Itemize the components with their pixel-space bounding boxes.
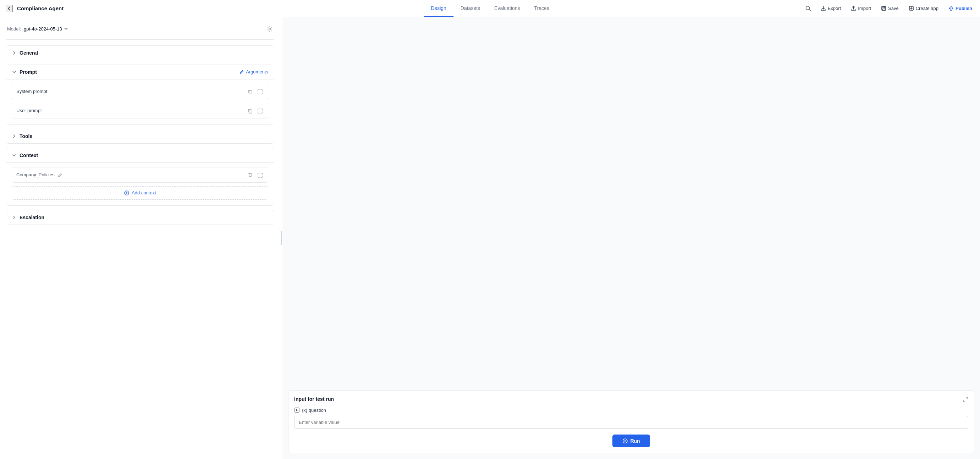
svg-rect-6 bbox=[249, 91, 252, 94]
copy-icon bbox=[247, 89, 253, 95]
context-header[interactable]: Context bbox=[6, 148, 274, 162]
copy-icon bbox=[247, 108, 253, 114]
create-app-button[interactable]: Create app bbox=[907, 4, 940, 13]
prompt-body: System prompt bbox=[6, 79, 274, 124]
escalation-header[interactable]: Escalation bbox=[6, 210, 274, 224]
chevron-right-icon bbox=[12, 50, 17, 56]
test-run-header: Input for test run bbox=[294, 396, 968, 402]
escalation-section: Escalation bbox=[6, 210, 274, 225]
search-icon bbox=[805, 5, 811, 12]
publish-button[interactable]: Publish bbox=[946, 4, 974, 13]
system-prompt-label: System prompt bbox=[16, 89, 47, 94]
right-panel: Input for test run {x} question bbox=[282, 17, 980, 459]
svg-point-5 bbox=[269, 28, 271, 30]
settings-button[interactable] bbox=[266, 25, 273, 32]
variable-value-input[interactable] bbox=[294, 416, 968, 429]
tab-datasets[interactable]: Datasets bbox=[453, 0, 487, 17]
chevron-down-icon bbox=[12, 70, 17, 75]
expand-context-button[interactable] bbox=[256, 171, 264, 179]
tab-design[interactable]: Design bbox=[424, 0, 453, 17]
prompt-header[interactable]: Prompt Arguments bbox=[6, 65, 274, 79]
general-header[interactable]: General bbox=[6, 46, 274, 60]
edit-context-button[interactable] bbox=[57, 172, 62, 178]
chevron-down-icon bbox=[64, 26, 68, 31]
model-value: gpt-4o-2024-05-13 bbox=[24, 26, 62, 32]
export-button[interactable]: Export bbox=[819, 4, 843, 13]
user-prompt-label: User prompt bbox=[16, 108, 42, 113]
variable-label: {x} question bbox=[294, 407, 968, 413]
expand-icon bbox=[963, 397, 968, 402]
model-row: Model: gpt-4o-2024-05-13 bbox=[6, 23, 274, 35]
back-icon bbox=[6, 6, 12, 11]
run-button[interactable]: Run bbox=[612, 435, 650, 447]
variable-icon bbox=[294, 407, 300, 413]
run-icon bbox=[622, 438, 628, 444]
user-prompt-box: User prompt bbox=[12, 103, 268, 119]
save-icon bbox=[881, 6, 886, 11]
pencil-icon bbox=[57, 173, 62, 178]
search-icon-button[interactable] bbox=[803, 3, 813, 13]
left-panel: Model: gpt-4o-2024-05-13 bbox=[0, 17, 280, 459]
model-select[interactable]: gpt-4o-2024-05-13 bbox=[24, 26, 68, 32]
trash-icon bbox=[247, 172, 253, 178]
right-panel-empty bbox=[288, 23, 974, 390]
model-label: Model: bbox=[7, 26, 21, 32]
context-title: Context bbox=[19, 152, 38, 158]
svg-rect-3 bbox=[883, 9, 885, 10]
import-button[interactable]: Import bbox=[849, 4, 873, 13]
gear-icon bbox=[266, 26, 273, 32]
nav-actions: Export Import Save Create app bbox=[803, 3, 974, 13]
create-app-icon bbox=[909, 6, 914, 11]
test-run-title: Input for test run bbox=[294, 396, 334, 402]
general-title: General bbox=[19, 50, 38, 56]
tab-traces[interactable]: Traces bbox=[527, 0, 556, 17]
tools-header[interactable]: Tools bbox=[6, 129, 274, 143]
expand-icon bbox=[257, 108, 263, 114]
copy-user-prompt-button[interactable] bbox=[247, 107, 254, 114]
escalation-title: Escalation bbox=[19, 214, 45, 220]
add-context-button[interactable]: Add context bbox=[12, 186, 268, 200]
save-button[interactable]: Save bbox=[879, 4, 901, 13]
expand-icon bbox=[257, 89, 263, 95]
nav-tabs: Design Datasets Evaluations Traces bbox=[424, 0, 556, 17]
plus-circle-icon bbox=[124, 190, 129, 196]
chevron-down-icon bbox=[12, 153, 17, 158]
svg-rect-7 bbox=[249, 110, 252, 113]
delete-context-button[interactable] bbox=[247, 171, 254, 179]
system-prompt-box: System prompt bbox=[12, 84, 268, 99]
arguments-button[interactable]: Arguments bbox=[239, 69, 268, 75]
test-run-panel: Input for test run {x} question bbox=[288, 390, 974, 453]
chevron-right-icon bbox=[12, 134, 17, 139]
chevron-right-icon bbox=[12, 215, 17, 220]
expand-icon bbox=[257, 172, 263, 178]
main-layout: Model: gpt-4o-2024-05-13 bbox=[0, 17, 980, 459]
tab-evaluations[interactable]: Evaluations bbox=[487, 0, 527, 17]
context-item-name: Company_Policies bbox=[16, 172, 55, 177]
publish-icon bbox=[948, 6, 954, 11]
context-section: Context Company_Policies bbox=[6, 148, 274, 206]
tools-title: Tools bbox=[19, 133, 32, 139]
svg-rect-2 bbox=[883, 6, 885, 8]
context-item: Company_Policies bbox=[12, 167, 268, 183]
expand-test-run-button[interactable] bbox=[963, 396, 968, 402]
tools-section: Tools bbox=[6, 129, 274, 144]
export-icon bbox=[821, 6, 826, 11]
expand-system-prompt-button[interactable] bbox=[256, 87, 264, 95]
back-button[interactable] bbox=[6, 5, 13, 12]
pencil-icon bbox=[239, 70, 244, 75]
prompt-section: Prompt Arguments System prompt bbox=[6, 65, 274, 124]
general-section: General bbox=[6, 45, 274, 60]
app-title: Compliance Agent bbox=[17, 5, 64, 11]
prompt-title: Prompt bbox=[19, 69, 37, 75]
context-body: Company_Policies bbox=[6, 162, 274, 205]
top-nav: Compliance Agent Design Datasets Evaluat… bbox=[0, 0, 980, 17]
expand-user-prompt-button[interactable] bbox=[256, 107, 264, 114]
copy-system-prompt-button[interactable] bbox=[247, 87, 254, 95]
import-icon bbox=[851, 6, 856, 11]
